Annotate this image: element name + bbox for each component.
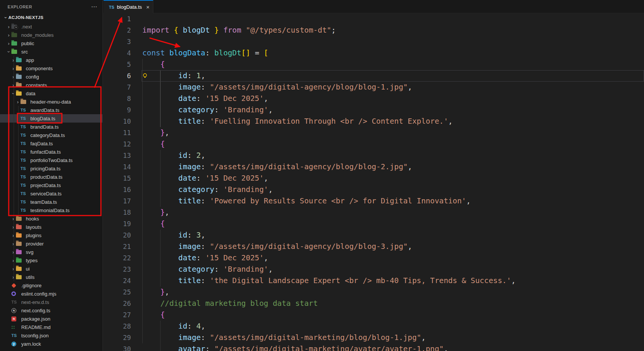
line-content: id: 1,: [142, 70, 205, 82]
line-number: 3: [103, 36, 131, 47]
ts-file-icon: TS: [20, 191, 28, 196]
code-line-29[interactable]: 29 image: "/assets/img/digital-marketing…: [103, 332, 644, 343]
line-content: title: 'Fuelling Innovation Through <br …: [142, 116, 453, 127]
line-content: image: "/assets/img/digital-marketing/bl…: [142, 332, 426, 343]
code-line-8[interactable]: 8 date: '15 Dec 2025',: [103, 93, 644, 104]
sidebar-item-gitignore[interactable]: .gitignore: [0, 281, 102, 290]
line-number: 30: [103, 343, 131, 351]
file-tree: ›N.next›node_modules›public›src›app›comp…: [0, 22, 102, 348]
chevron-right-icon: ›: [11, 57, 16, 63]
sidebar-item-hooks[interactable]: ›hooks: [0, 214, 102, 223]
sidebar-item-svg[interactable]: ›svg: [0, 248, 102, 256]
sidebar-item-components[interactable]: ›components: [0, 64, 102, 72]
code-line-19[interactable]: 19 {: [103, 218, 644, 230]
code-line-16[interactable]: 16 category: 'Branding',: [103, 184, 644, 195]
code-line-26[interactable]: 26 //digital marketing blog data start: [103, 298, 644, 309]
line-number: 7: [103, 82, 131, 93]
more-actions-icon[interactable]: ⋯: [91, 3, 97, 10]
line-content: image: "/assets/img/digital-agency/blog/…: [142, 161, 412, 173]
chevron-down-icon: ›: [6, 49, 12, 54]
code-line-27[interactable]: 27 {: [103, 309, 644, 321]
sidebar-item-awarddata-ts[interactable]: TSawardData.ts: [0, 106, 102, 114]
code-line-25[interactable]: 25 },: [103, 286, 644, 298]
code-line-14[interactable]: 14 image: "/assets/img/digital-agency/bl…: [103, 161, 644, 173]
code-line-2[interactable]: 2import { blogDt } from "@/types/custom-…: [103, 25, 644, 36]
code-line-1[interactable]: 1: [103, 13, 644, 25]
code-line-6[interactable]: 6 id: 1,: [103, 70, 644, 82]
code-line-23[interactable]: 23 category: 'Branding',: [103, 264, 644, 275]
sidebar-item-next-config-ts[interactable]: Nnext.config.ts: [0, 306, 102, 315]
sidebar-item-productdata-ts[interactable]: TSproductData.ts: [0, 173, 102, 181]
code-line-10[interactable]: 10 title: 'Fuelling Innovation Through <…: [103, 116, 644, 127]
sidebar-root-folder[interactable]: › ACJON-NEXTJS: [0, 13, 102, 22]
line-content: category: 'Branding',: [142, 184, 273, 195]
code-line-11[interactable]: 11 },: [103, 127, 644, 139]
code-editor[interactable]: 12import { blogDt } from "@/types/custom…: [103, 13, 644, 351]
code-line-13[interactable]: 13 id: 2,: [103, 150, 644, 161]
code-line-4[interactable]: 4const blogData: blogDt[] = [: [103, 47, 644, 59]
sidebar-item-categorydata-ts[interactable]: TScategoryData.ts: [0, 131, 102, 139]
sidebar-item-teamdata-ts[interactable]: TSteamData.ts: [0, 198, 102, 206]
sidebar-item-yarn-lock[interactable]: yyarn.lock: [0, 340, 102, 348]
line-content: title: 'the Digital Landscape Expert <br…: [142, 275, 516, 286]
chevron-right-icon: ›: [11, 258, 16, 263]
sidebar-item-branddata-ts[interactable]: TSbrandData.ts: [0, 123, 102, 131]
item-label: teamData.ts: [30, 199, 57, 205]
code-line-12[interactable]: 12 {: [103, 139, 644, 150]
git-file-icon: [11, 284, 19, 287]
code-line-21[interactable]: 21 image: "/assets/img/digital-agency/bl…: [103, 241, 644, 252]
line-content: },: [142, 286, 169, 298]
sidebar-item-pricingdata-ts[interactable]: TSpricingData.ts: [0, 164, 102, 173]
sidebar-item-constants[interactable]: ›constants: [0, 81, 102, 89]
sidebar-item-config[interactable]: ›config: [0, 72, 102, 81]
sidebar-item-node-modules[interactable]: ›node_modules: [0, 31, 102, 39]
code-line-17[interactable]: 17 title: 'Powered by Results Source <br…: [103, 195, 644, 207]
close-tab-icon[interactable]: ×: [146, 4, 150, 10]
sidebar-item-next[interactable]: ›N.next: [0, 22, 102, 31]
sidebar-item-testimonialdata-ts[interactable]: TStestimonialData.ts: [0, 206, 102, 214]
code-line-20[interactable]: 20 id: 3,: [103, 230, 644, 241]
code-line-22[interactable]: 22 date: '15 Dec 2025',: [103, 252, 644, 264]
sidebar-item-package-json[interactable]: npackage.json: [0, 315, 102, 323]
ts-file-icon: TS: [20, 183, 28, 187]
sidebar-item-tsconfig-json[interactable]: TStsconfig.json: [0, 331, 102, 340]
line-number: 19: [103, 218, 131, 230]
code-line-24[interactable]: 24 title: 'the Digital Landscape Expert …: [103, 275, 644, 286]
sidebar-item-readme-md[interactable]: ::README.md: [0, 323, 102, 331]
sidebar-item-plugins[interactable]: ›plugins: [0, 231, 102, 239]
sidebar-item-data[interactable]: ›data: [0, 89, 102, 98]
folder-icon: [16, 225, 24, 229]
sidebar-item-provider[interactable]: ›provider: [0, 239, 102, 248]
sidebar-item-projectdata-ts[interactable]: TSprojectData.ts: [0, 181, 102, 189]
code-line-3[interactable]: 3: [103, 36, 644, 47]
sidebar-item-funfactdata-ts[interactable]: TSfunfactData.ts: [0, 148, 102, 156]
sidebar-item-ui[interactable]: ›ui: [0, 264, 102, 273]
chevron-right-icon: ›: [6, 24, 11, 30]
sidebar-item-header-menu-data[interactable]: ›header-menu-data: [0, 98, 102, 106]
sidebar-item-src[interactable]: ›src: [0, 47, 102, 56]
item-label: yarn.lock: [21, 341, 41, 347]
sidebar-item-types[interactable]: ›types: [0, 256, 102, 264]
code-line-9[interactable]: 9 category: 'Branding',: [103, 104, 644, 116]
sidebar-item-utils[interactable]: ›utils: [0, 273, 102, 281]
sidebar-item-faqdata-ts[interactable]: TSfaqData.ts: [0, 139, 102, 148]
code-line-7[interactable]: 7 image: "/assets/img/digital-agency/blo…: [103, 82, 644, 93]
code-line-18[interactable]: 18 },: [103, 207, 644, 218]
code-line-5[interactable]: 5 {: [103, 59, 644, 70]
sidebar-item-portfoliotwodata-ts[interactable]: TSportfolioTwoData.ts: [0, 156, 102, 164]
sidebar-item-layouts[interactable]: ›layouts: [0, 223, 102, 231]
sidebar-item-servicedata-ts[interactable]: TSserviceData.ts: [0, 189, 102, 198]
code-line-15[interactable]: 15 date: '15 Dec 2025',: [103, 173, 644, 184]
sidebar-item-eslint-config-mjs[interactable]: eslint.config.mjs: [0, 290, 102, 298]
tab-blogdata[interactable]: TS blogData.ts ×: [104, 0, 153, 13]
folder-icon: [16, 250, 24, 254]
sidebar-item-public[interactable]: ›public: [0, 39, 102, 47]
sidebar-item-app[interactable]: ›app: [0, 56, 102, 64]
code-line-28[interactable]: 28 id: 4,: [103, 321, 644, 332]
sidebar-item-next-env-d-ts[interactable]: TSnext-env.d.ts: [0, 298, 102, 306]
code-line-30[interactable]: 30 avatar: "/assets/img/digital-marketin…: [103, 343, 644, 351]
line-content: id: 2,: [142, 150, 205, 161]
ts-file-icon: TS: [20, 150, 28, 154]
sidebar-item-blogdata-ts[interactable]: TSblogData.ts: [0, 114, 102, 123]
chevron-right-icon: ›: [11, 216, 16, 222]
